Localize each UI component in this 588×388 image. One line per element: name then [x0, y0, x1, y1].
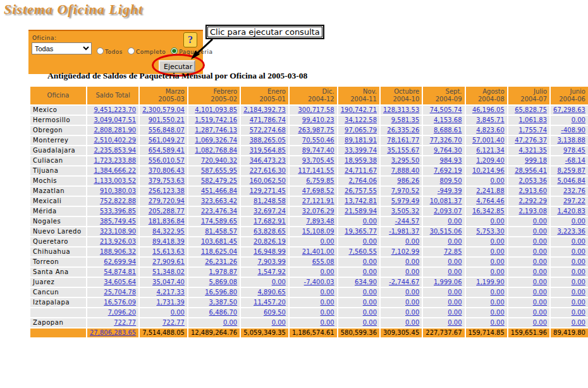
amount-link[interactable]: 6,121.34	[476, 147, 505, 154]
amount-link[interactable]: 32,697.24	[254, 208, 286, 215]
amount-link[interactable]: 2,193.08	[519, 208, 548, 215]
amount-link[interactable]: 0.00	[533, 289, 547, 296]
amount-link[interactable]: 2,235,853.94	[94, 147, 136, 154]
amount-link[interactable]: 0.00	[320, 268, 334, 275]
amount-link[interactable]: 1,061.83	[519, 116, 548, 123]
amount-link[interactable]: 16,948.99	[254, 248, 286, 255]
amount-link[interactable]: 4,101,093.85	[195, 106, 237, 113]
amount-link[interactable]: 21,401.00	[302, 248, 334, 255]
amount-link[interactable]: 11,457.20	[254, 299, 286, 306]
amount-link[interactable]: 99,410.23	[302, 116, 334, 123]
amount-link[interactable]: 1,547.92	[257, 268, 286, 275]
amount-link[interactable]: 0.00	[491, 319, 505, 326]
amount-link[interactable]: 2,053.36	[519, 177, 548, 184]
amount-link[interactable]: 47,276.37	[515, 137, 547, 144]
amount-link[interactable]: 2,241.88	[476, 187, 505, 194]
amount-link[interactable]: 0.00	[320, 299, 334, 306]
amount-link[interactable]: 0.00	[272, 319, 286, 326]
amount-link[interactable]: 0.00	[533, 248, 547, 255]
amount-link[interactable]: 19,365.77	[345, 228, 377, 235]
amount-link[interactable]: 0.00	[533, 258, 547, 265]
amount-link[interactable]: 30,515.06	[430, 228, 462, 235]
amount-link[interactable]: 174,589.65	[201, 218, 237, 225]
amount-link[interactable]: 0.00	[171, 309, 185, 316]
amount-link[interactable]: 7,096.20	[108, 309, 137, 316]
amount-link[interactable]: 0.00	[363, 289, 377, 296]
amount-link[interactable]: 1,199.90	[476, 278, 505, 285]
amount-link[interactable]: 572,274.68	[250, 127, 286, 134]
amount-link[interactable]: 1,999.06	[434, 278, 462, 285]
amount-link[interactable]: 54,874.81	[104, 268, 136, 275]
amount-link[interactable]: 4,153.68	[434, 116, 462, 123]
amount-link[interactable]: 32,076.29	[302, 208, 334, 215]
amount-link[interactable]: 4,217.33	[156, 289, 185, 296]
amount-link[interactable]: 129,271.45	[250, 187, 286, 194]
amount-link[interactable]: 986.26	[397, 177, 419, 184]
amount-link[interactable]: 77,326.70	[430, 137, 462, 144]
amount-link[interactable]: 3,138.88	[557, 137, 585, 144]
amount-link[interactable]: 0.00	[448, 268, 462, 275]
amount-link[interactable]: 34,605.64	[104, 278, 136, 285]
amount-link[interactable]: 2,300,579.04	[142, 106, 185, 113]
amount-link[interactable]: 93,705.45	[302, 157, 334, 164]
amount-link[interactable]: 0.00	[572, 299, 585, 306]
amount-link[interactable]: 128,313.53	[383, 106, 419, 113]
amount-link[interactable]: 13,742.81	[345, 197, 377, 204]
amount-link[interactable]: 0.00	[363, 258, 377, 265]
amount-link[interactable]: -1,981.37	[389, 228, 419, 235]
amount-link[interactable]: 451,466.84	[201, 187, 237, 194]
amount-link[interactable]: 4,764.46	[476, 197, 505, 204]
amount-link[interactable]: 16,596.80	[205, 289, 237, 296]
amount-link[interactable]: 9,764.30	[434, 147, 462, 154]
office-select[interactable]: Todas	[32, 42, 92, 54]
amount-link[interactable]: 24,711.67	[345, 167, 377, 174]
amount-link[interactable]: 70,550.46	[302, 137, 334, 144]
amount-link[interactable]: 17,682.91	[254, 218, 286, 225]
amount-link[interactable]: 0.00	[572, 309, 585, 316]
amount-link[interactable]: 1,384,666.22	[94, 167, 136, 174]
help-icon[interactable]: ?	[183, 32, 197, 47]
amount-link[interactable]: 0.00	[572, 289, 585, 296]
amount-link[interactable]: 0.00	[572, 238, 585, 245]
amount-link[interactable]: 25,704.78	[104, 289, 136, 296]
amount-link[interactable]: 319,564.85	[250, 147, 286, 154]
amount-link[interactable]: 0.00	[491, 238, 505, 245]
amount-link[interactable]: 556,848.07	[149, 127, 185, 134]
amount-link[interactable]: 65,828.75	[515, 106, 547, 113]
amount-link[interactable]: 1,209.40	[476, 157, 505, 164]
amount-link[interactable]: 0.00	[533, 218, 547, 225]
amount-link[interactable]: 8,259.87	[557, 167, 585, 174]
amount-link[interactable]: 188,906.32	[100, 248, 136, 255]
amount-link[interactable]: 67,298.63	[553, 106, 585, 113]
amount-link[interactable]: 57,001.40	[472, 137, 505, 144]
amount-link[interactable]: 97,065.79	[345, 127, 377, 134]
amount-link[interactable]: 0.00	[533, 299, 547, 306]
amount-link[interactable]: 256,123.38	[149, 187, 185, 194]
amount-link[interactable]: 1,978.87	[209, 268, 238, 275]
amount-link[interactable]: 18,959.38	[345, 157, 377, 164]
amount-link[interactable]: 89,418.39	[152, 238, 185, 245]
amount-link[interactable]: 720,940.32	[201, 157, 237, 164]
amount-link[interactable]: 722.77	[162, 319, 185, 326]
amount-link[interactable]: -68.14	[565, 157, 585, 164]
amount-link[interactable]: 533,396.85	[100, 208, 136, 215]
amount-link[interactable]: 752,822.88	[100, 197, 136, 204]
amount-link[interactable]: 227,616.30	[250, 167, 286, 174]
amount-link[interactable]: 7,692.19	[434, 167, 462, 174]
amount-link[interactable]: 9,581.35	[391, 116, 420, 123]
amount-link[interactable]: 34,122.58	[345, 116, 377, 123]
amount-link[interactable]: 471,786.74	[250, 116, 286, 123]
amount-link[interactable]: 9,451,223.70	[94, 106, 136, 113]
amount-link[interactable]: 4,823.60	[476, 127, 505, 134]
amount-link[interactable]: 10,214.96	[472, 167, 505, 174]
amount-link[interactable]: 2,184,392.73	[243, 106, 286, 113]
amount-link[interactable]: 2,913.60	[519, 187, 548, 194]
amount-link[interactable]: 556,010.57	[149, 157, 185, 164]
amount-link[interactable]: 999.18	[525, 157, 547, 164]
amount-link[interactable]: 27,806,283.65	[90, 329, 136, 336]
amount-link[interactable]: 223,476.34	[201, 208, 237, 215]
amount-link[interactable]: 0.00	[448, 238, 462, 245]
amount-link[interactable]: 190,742.71	[341, 106, 377, 113]
amount-link[interactable]: 0.00	[223, 319, 237, 326]
amount-link[interactable]: 33,399.74	[345, 147, 377, 154]
